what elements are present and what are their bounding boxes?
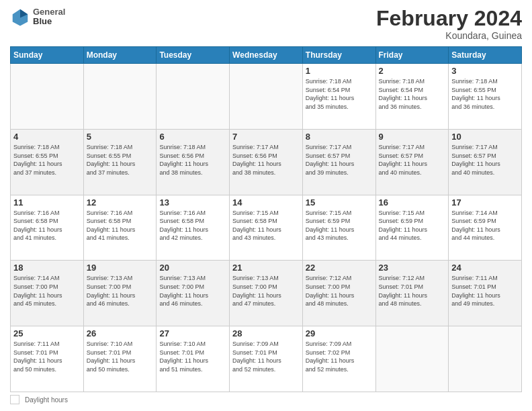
day-info: Sunrise: 7:13 AM Sunset: 7:00 PM Dayligh… bbox=[159, 274, 226, 308]
day-info: Sunrise: 7:12 AM Sunset: 7:00 PM Dayligh… bbox=[306, 274, 373, 308]
day-info: Sunrise: 7:17 AM Sunset: 6:56 PM Dayligh… bbox=[232, 143, 300, 177]
day-number: 22 bbox=[306, 263, 373, 273]
calendar-cell: 6Sunrise: 7:18 AM Sunset: 6:56 PM Daylig… bbox=[157, 129, 230, 195]
calendar-cell: 16Sunrise: 7:15 AM Sunset: 6:59 PM Dayli… bbox=[375, 195, 449, 261]
calendar-cell bbox=[11, 64, 84, 130]
week-row-5: 25Sunrise: 7:11 AM Sunset: 7:01 PM Dayli… bbox=[11, 326, 522, 392]
day-number: 5 bbox=[87, 132, 154, 142]
day-info: Sunrise: 7:15 AM Sunset: 6:59 PM Dayligh… bbox=[379, 209, 446, 242]
calendar-cell: 20Sunrise: 7:13 AM Sunset: 7:00 PM Dayli… bbox=[157, 261, 230, 326]
calendar-cell bbox=[83, 64, 157, 130]
calendar-cell: 17Sunrise: 7:14 AM Sunset: 6:59 PM Dayli… bbox=[449, 195, 522, 261]
day-number: 10 bbox=[451, 132, 519, 142]
day-info: Sunrise: 7:16 AM Sunset: 6:58 PM Dayligh… bbox=[87, 209, 154, 242]
day-number: 18 bbox=[13, 263, 81, 273]
day-info: Sunrise: 7:18 AM Sunset: 6:56 PM Dayligh… bbox=[159, 143, 226, 177]
day-info: Sunrise: 7:15 AM Sunset: 6:58 PM Dayligh… bbox=[232, 209, 300, 242]
day-number: 25 bbox=[13, 328, 81, 338]
day-number: 19 bbox=[87, 263, 154, 273]
day-number: 12 bbox=[87, 197, 154, 208]
week-row-2: 4Sunrise: 7:18 AM Sunset: 6:55 PM Daylig… bbox=[11, 129, 522, 195]
calendar-cell: 15Sunrise: 7:15 AM Sunset: 6:59 PM Dayli… bbox=[302, 195, 375, 261]
day-number: 14 bbox=[232, 197, 300, 208]
col-header-saturday: Saturday bbox=[449, 47, 522, 64]
subtitle: Koundara, Guinea bbox=[376, 30, 522, 41]
day-info: Sunrise: 7:17 AM Sunset: 6:57 PM Dayligh… bbox=[451, 143, 519, 177]
day-number: 26 bbox=[87, 328, 154, 338]
calendar-cell: 26Sunrise: 7:10 AM Sunset: 7:01 PM Dayli… bbox=[83, 326, 157, 392]
calendar-cell: 27Sunrise: 7:10 AM Sunset: 7:01 PM Dayli… bbox=[157, 326, 230, 392]
calendar-cell: 28Sunrise: 7:09 AM Sunset: 7:01 PM Dayli… bbox=[230, 326, 303, 392]
day-info: Sunrise: 7:12 AM Sunset: 7:01 PM Dayligh… bbox=[379, 274, 446, 308]
day-info: Sunrise: 7:17 AM Sunset: 6:57 PM Dayligh… bbox=[306, 143, 373, 177]
day-number: 23 bbox=[379, 263, 446, 273]
day-number: 11 bbox=[13, 197, 81, 208]
day-info: Sunrise: 7:17 AM Sunset: 6:57 PM Dayligh… bbox=[379, 143, 446, 177]
calendar-cell bbox=[449, 326, 522, 392]
day-number: 21 bbox=[232, 263, 300, 273]
day-info: Sunrise: 7:10 AM Sunset: 7:01 PM Dayligh… bbox=[87, 340, 154, 373]
day-number: 8 bbox=[306, 132, 373, 142]
day-number: 16 bbox=[379, 197, 446, 208]
day-number: 15 bbox=[306, 197, 373, 208]
day-info: Sunrise: 7:09 AM Sunset: 7:01 PM Dayligh… bbox=[232, 340, 300, 373]
calendar-cell: 25Sunrise: 7:11 AM Sunset: 7:01 PM Dayli… bbox=[11, 326, 84, 392]
calendar-cell: 23Sunrise: 7:12 AM Sunset: 7:01 PM Dayli… bbox=[375, 261, 449, 326]
day-info: Sunrise: 7:16 AM Sunset: 6:58 PM Dayligh… bbox=[13, 209, 81, 242]
calendar-cell: 11Sunrise: 7:16 AM Sunset: 6:58 PM Dayli… bbox=[11, 195, 84, 261]
calendar-cell: 8Sunrise: 7:17 AM Sunset: 6:57 PM Daylig… bbox=[302, 129, 375, 195]
day-info: Sunrise: 7:13 AM Sunset: 7:00 PM Dayligh… bbox=[232, 274, 300, 308]
day-number: 6 bbox=[159, 132, 226, 142]
day-info: Sunrise: 7:11 AM Sunset: 7:01 PM Dayligh… bbox=[451, 274, 519, 308]
calendar-cell bbox=[375, 326, 449, 392]
calendar-table: SundayMondayTuesdayWednesdayThursdayFrid… bbox=[10, 46, 522, 392]
calendar-cell bbox=[157, 64, 230, 130]
logo-icon bbox=[10, 7, 30, 27]
calendar-cell: 1Sunrise: 7:18 AM Sunset: 6:54 PM Daylig… bbox=[302, 64, 375, 130]
day-number: 7 bbox=[232, 132, 300, 142]
header-row: SundayMondayTuesdayWednesdayThursdayFrid… bbox=[11, 47, 522, 64]
calendar-cell: 29Sunrise: 7:09 AM Sunset: 7:02 PM Dayli… bbox=[302, 326, 375, 392]
col-header-friday: Friday bbox=[375, 47, 449, 64]
day-number: 20 bbox=[159, 263, 226, 273]
col-header-tuesday: Tuesday bbox=[157, 47, 230, 64]
calendar-cell: 14Sunrise: 7:15 AM Sunset: 6:58 PM Dayli… bbox=[230, 195, 303, 261]
day-info: Sunrise: 7:18 AM Sunset: 6:54 PM Dayligh… bbox=[379, 77, 446, 111]
header: General Blue February 2024 Koundara, Gui… bbox=[10, 7, 522, 41]
day-info: Sunrise: 7:13 AM Sunset: 7:00 PM Dayligh… bbox=[87, 274, 154, 308]
day-number: 29 bbox=[306, 328, 373, 338]
week-row-4: 18Sunrise: 7:14 AM Sunset: 7:00 PM Dayli… bbox=[11, 261, 522, 326]
day-info: Sunrise: 7:09 AM Sunset: 7:02 PM Dayligh… bbox=[306, 340, 373, 373]
day-number: 1 bbox=[306, 66, 373, 76]
day-info: Sunrise: 7:16 AM Sunset: 6:58 PM Dayligh… bbox=[159, 209, 226, 242]
calendar-cell: 2Sunrise: 7:18 AM Sunset: 6:54 PM Daylig… bbox=[375, 64, 449, 130]
logo: General Blue bbox=[10, 7, 65, 27]
day-number: 3 bbox=[451, 66, 519, 76]
footer: Daylight hours bbox=[10, 395, 522, 404]
calendar-cell: 4Sunrise: 7:18 AM Sunset: 6:55 PM Daylig… bbox=[11, 129, 84, 195]
calendar-cell: 5Sunrise: 7:18 AM Sunset: 6:55 PM Daylig… bbox=[83, 129, 157, 195]
daylight-box bbox=[10, 395, 19, 404]
logo-text: General Blue bbox=[33, 7, 65, 27]
col-header-monday: Monday bbox=[83, 47, 157, 64]
day-number: 27 bbox=[159, 328, 226, 338]
calendar-cell: 18Sunrise: 7:14 AM Sunset: 7:00 PM Dayli… bbox=[11, 261, 84, 326]
day-info: Sunrise: 7:14 AM Sunset: 6:59 PM Dayligh… bbox=[451, 209, 519, 242]
day-number: 9 bbox=[379, 132, 446, 142]
day-number: 4 bbox=[13, 132, 81, 142]
calendar-cell: 13Sunrise: 7:16 AM Sunset: 6:58 PM Dayli… bbox=[157, 195, 230, 261]
day-info: Sunrise: 7:18 AM Sunset: 6:55 PM Dayligh… bbox=[13, 143, 81, 177]
day-info: Sunrise: 7:11 AM Sunset: 7:01 PM Dayligh… bbox=[13, 340, 81, 373]
day-number: 28 bbox=[232, 328, 300, 338]
day-info: Sunrise: 7:10 AM Sunset: 7:01 PM Dayligh… bbox=[159, 340, 226, 373]
day-info: Sunrise: 7:15 AM Sunset: 6:59 PM Dayligh… bbox=[306, 209, 373, 242]
day-info: Sunrise: 7:14 AM Sunset: 7:00 PM Dayligh… bbox=[13, 274, 81, 308]
week-row-3: 11Sunrise: 7:16 AM Sunset: 6:58 PM Dayli… bbox=[11, 195, 522, 261]
main-title: February 2024 bbox=[376, 7, 522, 30]
title-area: February 2024 Koundara, Guinea bbox=[376, 7, 522, 41]
day-info: Sunrise: 7:18 AM Sunset: 6:55 PM Dayligh… bbox=[451, 77, 519, 111]
col-header-sunday: Sunday bbox=[11, 47, 84, 64]
page: General Blue February 2024 Koundara, Gui… bbox=[0, 0, 532, 411]
col-header-thursday: Thursday bbox=[302, 47, 375, 64]
calendar-cell: 19Sunrise: 7:13 AM Sunset: 7:00 PM Dayli… bbox=[83, 261, 157, 326]
